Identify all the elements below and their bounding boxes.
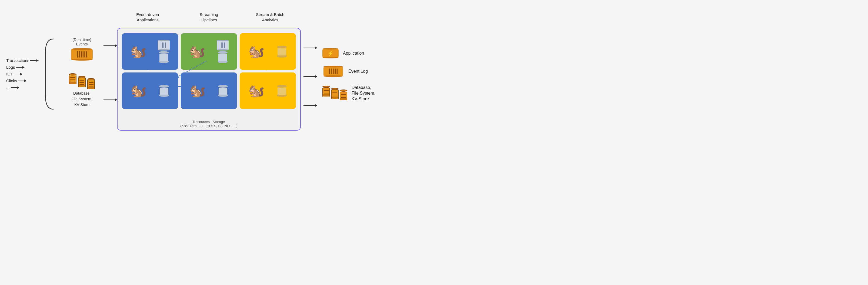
box-event-driven-bot: 🐿️ [122, 73, 178, 109]
mini-db-bot-3 [277, 55, 287, 58]
output-arrow-app [304, 48, 317, 48]
ellipsis-label: ... [6, 85, 10, 90]
input-ellipsis: ... [6, 85, 19, 90]
db-cyl-top-3 [87, 78, 95, 80]
mini-db-bot-4 [159, 95, 169, 97]
input-clicks: Clicks [6, 78, 26, 83]
input-iot: IOT [6, 72, 22, 76]
mini-db-body-2 [218, 54, 227, 61]
ellipsis-arrow [11, 87, 19, 88]
box-analytics-top: 🐿️ [240, 33, 296, 70]
mini-stripe-1b [163, 42, 164, 48]
application-icon: ⚡ [322, 49, 339, 58]
transactions-label: Transactions [6, 58, 29, 63]
mini-db-1 [158, 51, 169, 63]
mini-db-top-1 [159, 51, 168, 54]
mini-db-body-6 [278, 88, 286, 95]
eventlog-kafka-drum [323, 66, 343, 76]
input-logs: Logs [6, 65, 24, 69]
brace-top-icon [44, 36, 55, 112]
db-stack [69, 76, 95, 87]
flink-squirrel-5: 🐿️ [189, 84, 206, 97]
clicks-label: Clicks [6, 78, 17, 83]
db-cyl-top-2 [78, 76, 86, 78]
mini-kafka-1 [158, 40, 170, 50]
db-cyl-body-3 [87, 80, 95, 89]
inner-analytics-bot: 🐿️ [240, 73, 296, 109]
box-event-driven-top: 🐿️ [122, 33, 178, 70]
iot-arrow [14, 74, 22, 74]
mini-stripe-2b [222, 42, 223, 48]
right-db-cyl-top-1 [322, 86, 330, 88]
mini-db-body-5 [219, 88, 227, 95]
output-arrow-eventlog [304, 76, 317, 77]
mini-db-top-6 [277, 85, 287, 88]
mini-db-3 [276, 46, 287, 58]
flink-squirrel-6: 🐿️ [248, 84, 265, 97]
mini-db-6 [276, 85, 287, 97]
right-db-cyl-body-2 [331, 90, 339, 99]
clicks-arrow [18, 81, 26, 81]
database-right-label: Database,File System,KV-Store [351, 85, 375, 102]
eventlog-drum-body [323, 66, 343, 76]
events-to-central-arrow [103, 46, 117, 46]
central-section: Event-drivenApplications StreamingPipeli… [117, 12, 301, 131]
mini-storage-2 [217, 40, 228, 63]
inner-analytics-top: 🐿️ [240, 33, 296, 70]
mini-db-2 [217, 51, 228, 63]
eventlog-stripe-5 [337, 68, 338, 74]
mini-db-top-4 [159, 85, 169, 88]
events-db-column: (Real-time)Events [60, 37, 103, 108]
logs-arrow [16, 67, 24, 67]
db-label: Database,File System,KV-Store [71, 91, 92, 108]
eventlog-stripe-3 [333, 68, 334, 74]
drum-stripe-5 [86, 51, 87, 58]
inner-event-driven-top: 🐿️ [122, 33, 178, 70]
drum-stripe-4 [84, 51, 85, 58]
db-cylinder-3 [87, 78, 95, 89]
right-db-cylinder-2 [331, 88, 339, 99]
db-cyl-body-2 [78, 78, 86, 87]
mini-db-top-2 [218, 51, 227, 54]
resources-storage-label: Resources | Storage(K8s, Yarn, ...) | (H… [118, 120, 300, 128]
box-streaming-top: 🐿️ [181, 33, 237, 70]
db-cylinder-2 [78, 76, 86, 87]
mini-db-bot-6 [277, 95, 287, 97]
mini-db-top-3 [277, 46, 287, 49]
application-label: Application [343, 51, 364, 56]
column-headers-row: Event-drivenApplications StreamingPipeli… [117, 12, 301, 23]
drum-stripe-2 [79, 51, 80, 58]
eventlog-stripe-4 [335, 68, 336, 74]
eventlog-stripe-2 [331, 68, 332, 74]
mini-db-body-1 [159, 54, 168, 61]
flink-squirrel-2: 🐿️ [189, 45, 206, 58]
right-db-cylinder-3 [340, 89, 347, 100]
iot-label: IOT [6, 72, 13, 76]
mini-kafka-2 [217, 40, 228, 50]
db-cyl-top-1 [69, 73, 76, 76]
db-cyl-body-1 [69, 76, 76, 84]
inner-streaming-bot: 🐿️ [181, 73, 237, 109]
mini-db-bot-5 [218, 95, 228, 97]
right-row-application: ⚡ Application [322, 49, 364, 58]
right-db-cylinder-1 [322, 86, 330, 96]
left-inputs: Transactions Logs IOT Clicks ... [6, 53, 39, 90]
header-stream-batch: Stream & BatchAnalytics [242, 12, 299, 23]
right-db-cyl-body-3 [340, 92, 347, 100]
drum-stripe-3 [81, 51, 83, 58]
flink-squirrel-1: 🐿️ [130, 45, 147, 58]
eventlog-stripe-1 [329, 68, 330, 74]
flink-squirrel-3: 🐿️ [248, 45, 265, 58]
right-section: ⚡ Application Event Log [322, 49, 375, 102]
main-diagram: Transactions Logs IOT Clicks ... (Re [6, 4, 428, 139]
right-row-eventlog: Event Log [322, 66, 368, 77]
mini-stripe-2c [224, 42, 225, 48]
header-event-driven: Event-drivenApplications [119, 12, 176, 23]
db-to-central-arrow [103, 99, 117, 100]
inner-event-driven-bot: 🐿️ [122, 73, 178, 109]
brace-section [39, 31, 60, 117]
db-cylinder-1 [69, 73, 76, 84]
header-streaming: StreamingPipelines [181, 12, 237, 23]
mini-db-bot-1 [159, 61, 168, 63]
database-block: Database,File System,KV-Store [69, 76, 95, 108]
